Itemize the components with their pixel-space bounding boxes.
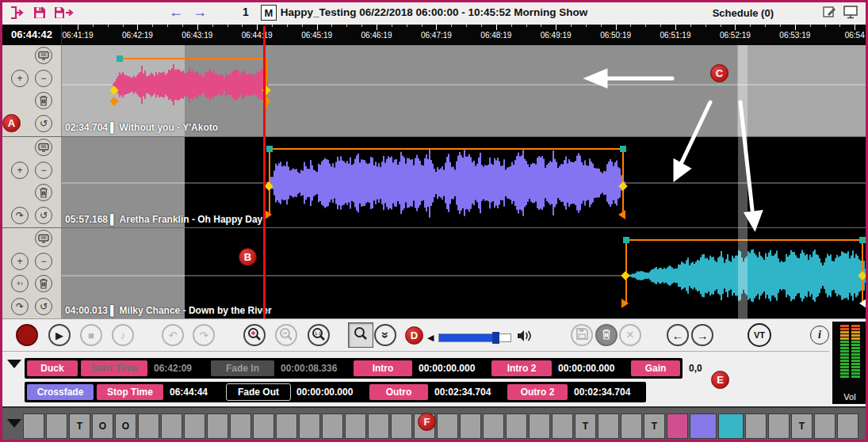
outro2-button[interactable]: Outro 2 bbox=[507, 383, 568, 401]
playlist-block[interactable] bbox=[253, 413, 274, 439]
redo-button[interactable]: ↷ bbox=[193, 324, 215, 346]
intro2-button[interactable]: Intro 2 bbox=[491, 360, 553, 377]
start-time-value[interactable]: 06:42:09 bbox=[150, 360, 208, 377]
playlist-block[interactable] bbox=[552, 413, 573, 439]
zoom-in-button[interactable] bbox=[243, 324, 266, 346]
schedule-button[interactable]: Schedule (0) bbox=[713, 7, 774, 19]
curve-button[interactable]: ↷ bbox=[11, 207, 29, 224]
plus-button[interactable]: + bbox=[11, 162, 29, 179]
minus-button[interactable]: − bbox=[35, 253, 52, 270]
outro-button[interactable]: Outro bbox=[369, 383, 429, 401]
timeline-ruler[interactable]: 06:41:1906:42:1906:43:1906:44:1906:45:19… bbox=[62, 25, 868, 45]
playlist-block[interactable] bbox=[483, 413, 504, 439]
stop-button[interactable]: ■ bbox=[80, 324, 102, 346]
add-note-button[interactable]: ♪ bbox=[112, 324, 134, 346]
playlist-block[interactable] bbox=[621, 413, 642, 439]
plus-button[interactable]: + bbox=[11, 253, 29, 270]
playlist-block-t[interactable]: T bbox=[69, 413, 90, 439]
monitor-screen-icon[interactable] bbox=[843, 6, 859, 22]
record-button[interactable] bbox=[16, 324, 38, 346]
plus-button[interactable]: + bbox=[11, 70, 29, 87]
playlist-block[interactable] bbox=[207, 413, 228, 439]
playlist-block[interactable] bbox=[322, 413, 343, 439]
playlist-collapse-triangle[interactable] bbox=[7, 419, 21, 428]
playlist-block[interactable] bbox=[529, 413, 550, 439]
nav-back-arrow[interactable]: ← bbox=[169, 4, 183, 21]
intro-button[interactable]: Intro bbox=[353, 360, 413, 377]
intro-value[interactable]: 00:00:00.000 bbox=[415, 360, 489, 377]
playlist-block[interactable] bbox=[161, 413, 182, 439]
playlist-block[interactable] bbox=[391, 413, 412, 439]
playlist-block[interactable] bbox=[837, 413, 858, 439]
loop-button[interactable]: ↺ bbox=[35, 115, 52, 132]
gain-button[interactable]: Gain bbox=[630, 360, 681, 377]
playlist-block[interactable] bbox=[46, 413, 67, 439]
playlist-block[interactable] bbox=[506, 413, 527, 439]
fade-in-button[interactable]: Fade In bbox=[210, 360, 275, 377]
fade-out-button[interactable]: Fade Out bbox=[226, 383, 291, 401]
playlist-block[interactable] bbox=[276, 413, 297, 439]
playlist-block[interactable] bbox=[460, 413, 481, 439]
playlist-block-t[interactable]: T bbox=[791, 413, 813, 439]
loop-button[interactable]: ↺ bbox=[35, 298, 52, 315]
delete-item-button[interactable] bbox=[595, 324, 618, 346]
trash-button[interactable] bbox=[35, 184, 52, 201]
next-item-button[interactable]: → bbox=[691, 324, 713, 346]
save-edit-button[interactable] bbox=[571, 324, 593, 346]
playlist-block-o[interactable]: O bbox=[115, 413, 136, 439]
volume-down-icon[interactable]: ◀ bbox=[427, 333, 434, 343]
save-icon[interactable] bbox=[33, 6, 47, 23]
outro-value[interactable]: 00:02:34.704 bbox=[430, 383, 505, 401]
stop-time-value[interactable]: 06:44:44 bbox=[166, 383, 224, 401]
playlist-block-o[interactable]: O bbox=[92, 413, 113, 439]
playlist-block[interactable] bbox=[768, 413, 790, 439]
playlist-block[interactable] bbox=[345, 413, 366, 439]
start-time-button[interactable]: Start Time bbox=[80, 360, 148, 377]
fade-out-value[interactable]: 00:00:00.000 bbox=[293, 383, 367, 401]
playlist-block[interactable] bbox=[814, 413, 835, 439]
monitor-button[interactable] bbox=[35, 139, 52, 156]
crossfade-button[interactable]: Crossfade bbox=[26, 383, 94, 401]
duck-button[interactable]: Duck bbox=[26, 360, 78, 377]
previous-item-button[interactable]: ← bbox=[667, 324, 689, 346]
edit-note-icon[interactable] bbox=[823, 6, 837, 22]
intro2-value[interactable]: 00:00:00.000 bbox=[554, 360, 629, 377]
speaker-icon[interactable] bbox=[516, 330, 532, 345]
exit-icon[interactable] bbox=[9, 6, 25, 23]
playlist-block[interactable] bbox=[598, 413, 619, 439]
playlist-block-colored[interactable] bbox=[718, 413, 744, 439]
playlist-block[interactable] bbox=[184, 413, 205, 439]
playlist-block-colored[interactable] bbox=[667, 413, 688, 439]
playlist-block-colored[interactable] bbox=[690, 413, 717, 439]
fade-in-value[interactable]: 00:00:08.336 bbox=[277, 360, 351, 377]
playlist-block[interactable] bbox=[230, 413, 251, 439]
monitor-button[interactable] bbox=[35, 230, 52, 247]
monitor-button[interactable] bbox=[35, 47, 52, 64]
playlist-block[interactable] bbox=[299, 413, 320, 439]
editor-collapse-triangle[interactable] bbox=[7, 360, 21, 368]
playlist-block-t[interactable]: T bbox=[575, 413, 596, 439]
zoom-full-button[interactable]: 1:1 bbox=[308, 324, 330, 346]
voice-track-button[interactable]: VT bbox=[748, 323, 771, 347]
playlist-block[interactable] bbox=[23, 413, 44, 439]
playlist-block-t[interactable]: T bbox=[644, 413, 665, 439]
marker-mode-button[interactable]: M bbox=[261, 5, 277, 21]
minus-button[interactable]: − bbox=[35, 162, 52, 179]
playlist-block[interactable] bbox=[745, 413, 767, 439]
zoom-selection-button[interactable] bbox=[348, 322, 373, 348]
zoom-out-button[interactable] bbox=[275, 324, 297, 346]
play-button[interactable]: ▶ bbox=[48, 324, 71, 346]
volume-slider-handle[interactable] bbox=[492, 332, 499, 344]
minus-button[interactable]: − bbox=[35, 70, 52, 87]
playlist-block[interactable] bbox=[138, 413, 159, 439]
playlist-block[interactable] bbox=[437, 413, 458, 439]
save-next-icon[interactable] bbox=[53, 6, 74, 23]
trash-button[interactable] bbox=[35, 92, 52, 109]
curve-button[interactable]: ↷ bbox=[11, 298, 29, 315]
loop-button[interactable]: ↺ bbox=[35, 207, 52, 224]
playlist-block[interactable] bbox=[368, 413, 389, 439]
nav-forward-arrow[interactable]: → bbox=[193, 4, 207, 21]
trash-button[interactable] bbox=[35, 275, 52, 292]
outro2-value[interactable]: 00:02:34.704 bbox=[570, 383, 644, 401]
plus-arrow-button[interactable]: +› bbox=[11, 275, 29, 292]
